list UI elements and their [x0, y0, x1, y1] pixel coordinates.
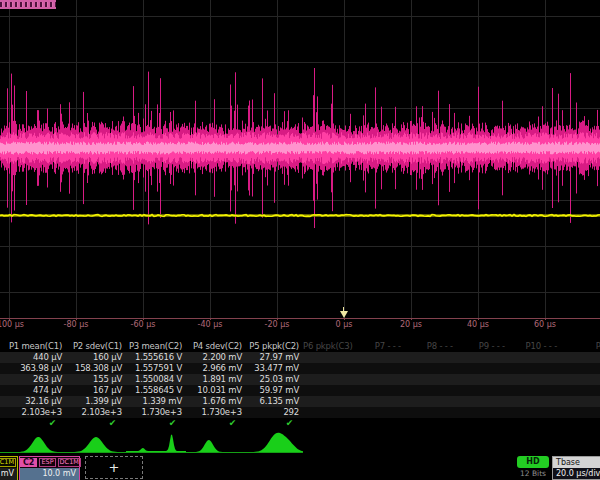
time-axis-label: -20 µs [265, 320, 290, 329]
param-value [457, 385, 509, 396]
param-value [509, 352, 561, 363]
histicon-empty [405, 432, 457, 455]
param-value [405, 374, 457, 385]
param-value: 155 µV [66, 374, 126, 385]
annotation-badge [0, 0, 56, 9]
param-value: 158.308 µV [66, 363, 126, 374]
timebase-descriptor[interactable]: Tbase 20.0 µs/div [552, 456, 600, 480]
trigger-position-marker[interactable] [340, 311, 348, 318]
c1-scale-value: 10.0 mV [0, 468, 17, 480]
param-header[interactable]: P8 - - - [405, 341, 457, 352]
param-status [353, 418, 405, 429]
param-value: 1.676 mV [186, 396, 246, 407]
c2-label: C2 [20, 458, 37, 467]
param-value [303, 385, 353, 396]
time-axis-label: -80 µs [64, 320, 89, 329]
param-value [353, 396, 405, 407]
param-header[interactable]: P10 - - - [509, 341, 561, 352]
param-status: ✔ [0, 418, 66, 429]
c2-esp-tag: ESP [39, 458, 55, 467]
c2-descriptor[interactable]: C2 ESP DC1M 10.0 mV [19, 456, 80, 480]
param-value: 1.730e+3 [126, 407, 186, 418]
param-header[interactable]: P9 - - - [457, 341, 509, 352]
param-value [457, 352, 509, 363]
histicon-empty [509, 432, 561, 455]
histicon-empty [561, 432, 600, 455]
param-value: 1.339 mV [126, 396, 186, 407]
param-value: 6.135 mV [246, 396, 303, 407]
add-trace-button[interactable]: + [85, 456, 143, 479]
param-header[interactable]: P1 mean(C1) [0, 341, 66, 352]
param-value [353, 385, 405, 396]
param-value [509, 363, 561, 374]
param-value [457, 363, 509, 374]
histicon[interactable] [126, 432, 186, 455]
param-value [561, 396, 600, 407]
param-status: ✔ [186, 418, 246, 429]
param-status: ✔ [126, 418, 186, 429]
param-value [405, 363, 457, 374]
param-value [457, 374, 509, 385]
time-axis-label: 20 µs [400, 320, 422, 329]
time-axis-label: 0 µs [336, 320, 353, 329]
histicon[interactable] [66, 432, 126, 455]
param-value [303, 352, 353, 363]
param-value [303, 363, 353, 374]
param-value [561, 363, 600, 374]
param-value [303, 396, 353, 407]
param-value: 59.97 mV [246, 385, 303, 396]
param-status [303, 418, 353, 429]
param-value [353, 407, 405, 418]
param-status [561, 418, 600, 429]
graticule-area: -100 µs-80 µs-60 µs-40 µs-20 µs0 µs20 µs… [0, 0, 600, 334]
measure-table: P1 mean(C1)P2 sdev(C1)P3 mean(C2)P4 sdev… [0, 341, 600, 429]
param-value [561, 407, 600, 418]
param-header[interactable]: P3 mean(C2) [126, 341, 186, 352]
param-value: 1.730e+3 [186, 407, 246, 418]
histicon[interactable] [0, 432, 66, 455]
param-value [457, 396, 509, 407]
param-value [353, 374, 405, 385]
histicon-strip-clip [0, 432, 600, 455]
param-value: 1.558645 V [126, 385, 186, 396]
param-value [561, 352, 600, 363]
param-value [303, 407, 353, 418]
param-value: 263 µV [0, 374, 66, 385]
param-value: 160 µV [66, 352, 126, 363]
param-value: 33.477 mV [246, 363, 303, 374]
param-value [509, 385, 561, 396]
hd-badge: HD [517, 456, 549, 468]
hd-bits-label: 12 Bits [513, 469, 553, 478]
c1-descriptor[interactable]: C1 DC1M 10.0 mV [0, 456, 18, 480]
param-value [509, 374, 561, 385]
time-axis-label: -40 µs [198, 320, 223, 329]
param-header[interactable]: P2 sdev(C1) [66, 341, 126, 352]
histicon-empty [353, 432, 405, 455]
histicon[interactable] [186, 432, 246, 455]
param-value [405, 385, 457, 396]
param-value: 25.03 mV [246, 374, 303, 385]
histicon-empty [457, 432, 509, 455]
oscilloscope-screen: -100 µs-80 µs-60 µs-40 µs-20 µs0 µs20 µs… [0, 0, 600, 480]
param-value: 1.555616 V [126, 352, 186, 363]
param-header[interactable]: P5 pkpk(C2) [246, 341, 303, 352]
param-value [457, 407, 509, 418]
histicon[interactable] [246, 432, 303, 455]
param-value: 1.399 µV [66, 396, 126, 407]
param-value [405, 396, 457, 407]
param-value: 2.966 mV [186, 363, 246, 374]
param-value: 27.97 mV [246, 352, 303, 363]
param-value: 292 [246, 407, 303, 418]
param-header[interactable]: P11 [561, 341, 600, 352]
param-value: 1.550084 V [126, 374, 186, 385]
param-header[interactable]: P7 - - - [353, 341, 405, 352]
tbase-scale: 20.0 µs/div [553, 468, 600, 480]
param-header[interactable]: P6 pkpk(C3) [303, 341, 353, 352]
c2-scale-value: 10.0 mV [20, 468, 79, 480]
time-axis-label: 40 µs [467, 320, 489, 329]
param-status [509, 418, 561, 429]
param-value: 363.98 µV [0, 363, 66, 374]
param-header[interactable]: P4 sdev(C2) [186, 341, 246, 352]
param-value [405, 407, 457, 418]
param-value [509, 407, 561, 418]
